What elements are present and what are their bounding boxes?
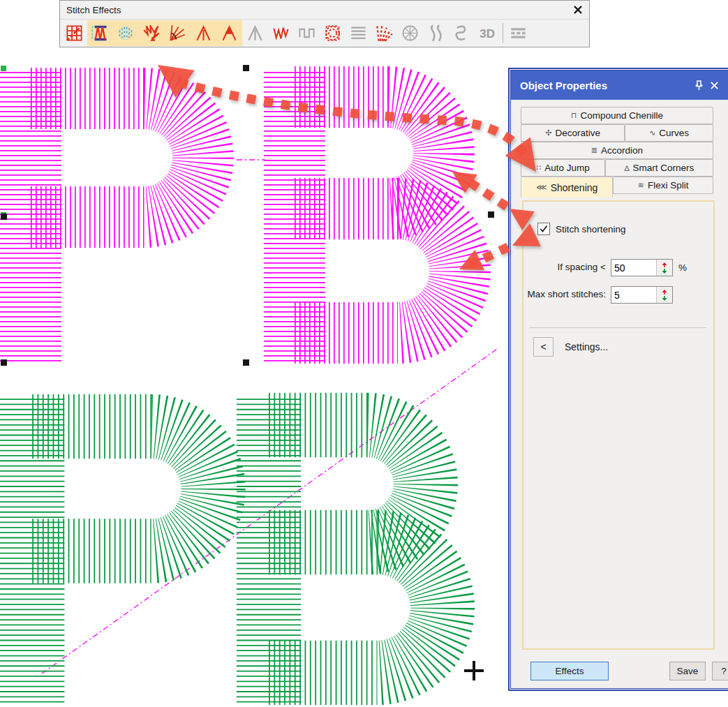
tab-row: ⊓Compound Chenille bbox=[521, 107, 713, 124]
toolbar-titlebar[interactable]: Stitch Effects bbox=[60, 1, 589, 20]
section-divider bbox=[529, 327, 706, 328]
panel-close-icon[interactable] bbox=[706, 77, 722, 93]
selection-handle[interactable] bbox=[243, 359, 249, 366]
stitch-shortening-checkbox[interactable] bbox=[537, 223, 550, 235]
flexi-split-icon: ≋ bbox=[638, 181, 644, 190]
max-short-field-group bbox=[611, 286, 673, 304]
selection-handle[interactable] bbox=[1, 359, 7, 366]
tab-row: ⋘Shortening≋Flexi Split bbox=[521, 177, 713, 195]
max-short-input[interactable] bbox=[611, 287, 656, 303]
zigzag-icon[interactable] bbox=[268, 20, 294, 46]
tab-accordion[interactable]: ≣Accordion bbox=[521, 142, 713, 159]
pattern-stamp-icon[interactable] bbox=[320, 20, 346, 46]
auto-jump-icon: ∷ bbox=[536, 163, 541, 172]
max-short-label: Max short stitches: bbox=[523, 289, 606, 301]
shortening-tab-page: Stitch shortening If spacing < % Max sh bbox=[522, 200, 715, 650]
tab-label: Smart Corners bbox=[633, 163, 694, 173]
panel-titlebar[interactable]: Object Properties bbox=[511, 70, 728, 100]
selection-handle[interactable] bbox=[488, 211, 494, 218]
letter-p-green[interactable] bbox=[32, 399, 213, 704]
panel-title: Object Properties bbox=[520, 80, 691, 91]
elastic-zigzag-icon[interactable] bbox=[87, 20, 113, 46]
svg-text:3D: 3D bbox=[480, 27, 495, 40]
tab-row: ✣Decorative∿Curves bbox=[521, 124, 713, 142]
fan-angle-icon[interactable] bbox=[165, 20, 191, 46]
collapse-button[interactable]: < bbox=[533, 337, 554, 357]
shortening-icon: ⋘ bbox=[536, 183, 547, 192]
tab-label: Compound Chenille bbox=[581, 110, 664, 121]
tab-smart-corners[interactable]: ∆Smart Corners bbox=[605, 159, 713, 177]
pin-icon[interactable] bbox=[691, 77, 706, 93]
object-properties-panel: Object Properties ⊓Compound Chenille ✣De… bbox=[508, 68, 728, 691]
smart-corners-icon[interactable] bbox=[191, 20, 216, 46]
corners-disabled-icon[interactable] bbox=[242, 20, 268, 46]
tab-curves[interactable]: ∿Curves bbox=[625, 124, 713, 142]
tab-label: Curves bbox=[659, 128, 689, 138]
tab-flexi-split[interactable]: ≋Flexi Split bbox=[613, 177, 713, 194]
wave-fill-icon[interactable] bbox=[423, 20, 449, 46]
toolbar-close-icon[interactable] bbox=[571, 3, 585, 17]
sharp-corners-icon[interactable] bbox=[216, 20, 242, 46]
tab-auto-jump[interactable]: ∷Auto Jump bbox=[521, 159, 605, 177]
tab-compound-chenille[interactable]: ⊓Compound Chenille bbox=[521, 107, 713, 124]
spacing-unit-label: % bbox=[678, 262, 687, 273]
selection-handle[interactable] bbox=[1, 214, 7, 220]
accordion-spacing-icon[interactable] bbox=[346, 20, 371, 46]
selection-start-marker[interactable] bbox=[1, 66, 6, 71]
compound-chenille-icon: ⊓ bbox=[571, 111, 577, 120]
tab-label: Shortening bbox=[551, 182, 598, 193]
toolbar-separator bbox=[503, 23, 503, 43]
stitch-effects-toolbar: Stitch Effects 3D bbox=[59, 0, 590, 47]
tab-shortening[interactable]: ⋘Shortening bbox=[521, 177, 613, 198]
tab-label: Accordion bbox=[601, 145, 643, 156]
save-button[interactable]: Save bbox=[669, 662, 706, 680]
travel-runs-icon[interactable] bbox=[61, 20, 87, 46]
tab-label: Auto Jump bbox=[544, 163, 590, 173]
letter-p-magenta[interactable] bbox=[31, 72, 203, 362]
trapunto-icon[interactable] bbox=[505, 20, 531, 46]
selection-handle[interactable] bbox=[243, 65, 249, 71]
toolbar-icon-row: 3D bbox=[60, 20, 589, 47]
flexi-split-icon[interactable] bbox=[371, 20, 397, 46]
letter-b-magenta[interactable] bbox=[295, 72, 460, 362]
toolbar-title: Stitch Effects bbox=[66, 5, 571, 15]
three-d-icon[interactable]: 3D bbox=[475, 20, 500, 46]
spacing-field-group bbox=[611, 259, 673, 276]
help-button[interactable]: ? bbox=[712, 662, 728, 680]
chenille-icon[interactable] bbox=[449, 20, 475, 46]
accordion-icon: ≣ bbox=[591, 146, 597, 155]
tab-decorative[interactable]: ✣Decorative bbox=[521, 124, 625, 142]
smart-corners-icon: ∆ bbox=[625, 164, 630, 172]
spacing-spinner[interactable] bbox=[656, 260, 672, 276]
panel-button-row: Effects Save ? bbox=[511, 662, 728, 681]
decorative-icon: ✣ bbox=[545, 128, 551, 137]
color-blending-icon[interactable] bbox=[113, 20, 139, 46]
star-fill-icon[interactable] bbox=[397, 20, 423, 46]
tab-label: Flexi Split bbox=[648, 180, 689, 191]
stitch-shortening-label: Stitch shortening bbox=[556, 224, 626, 235]
tab-label: Decorative bbox=[555, 128, 600, 138]
letter-b-green[interactable] bbox=[269, 399, 443, 704]
if-spacing-label: If spacing < bbox=[523, 262, 606, 274]
tab-strip: ⊓Compound Chenille ✣Decorative∿Curves ≣A… bbox=[521, 107, 713, 195]
max-short-spinner[interactable] bbox=[656, 287, 672, 303]
spacing-input[interactable] bbox=[611, 260, 656, 276]
tab-row: ∷Auto Jump∆Smart Corners bbox=[521, 159, 713, 177]
square-wave-icon[interactable] bbox=[294, 20, 320, 46]
settings-label[interactable]: Settings... bbox=[565, 341, 608, 352]
effects-button[interactable]: Effects bbox=[530, 662, 609, 680]
tab-row: ≣Accordion bbox=[521, 142, 713, 159]
curves-icon: ∿ bbox=[649, 128, 655, 137]
stitch-shortening-icon[interactable] bbox=[139, 20, 165, 46]
